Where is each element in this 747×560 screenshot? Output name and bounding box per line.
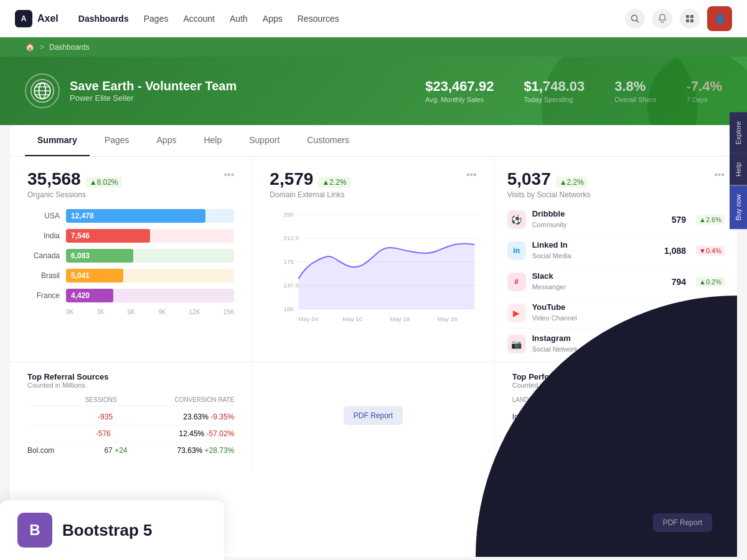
domain-links-value: 2,579	[270, 169, 313, 189]
search-icon	[631, 14, 639, 23]
tab-customers[interactable]: Customers	[294, 125, 362, 156]
svg-line-1	[637, 20, 639, 22]
pdf-middle: PDF Report	[252, 362, 494, 469]
bootstrap-label: Bootstrap 5	[62, 521, 152, 540]
svg-rect-4	[686, 19, 689, 22]
domain-links-badge: ▲2.2%	[318, 177, 350, 188]
svg-rect-5	[690, 19, 693, 22]
referral-row-3: Bol.com 67 +24 73.63% +28.73%	[27, 442, 234, 459]
bar-chart: USA 12,478 India 7,546 Canad	[10, 202, 251, 328]
organic-more-btn[interactable]: •••	[224, 169, 235, 180]
tab-pages[interactable]: Pages	[92, 125, 142, 156]
organic-sessions-value: 35,568	[27, 169, 81, 189]
tab-support[interactable]: Support	[237, 125, 292, 156]
nav-dashboards[interactable]: Dashboards	[78, 14, 129, 24]
social-networks-label: Visits by Social Networks	[507, 190, 591, 199]
tab-apps[interactable]: Apps	[144, 125, 189, 156]
svg-text:100: 100	[284, 306, 294, 312]
svg-text:250: 250	[284, 211, 294, 218]
breadcrumb-separator: >	[40, 43, 44, 52]
nav-account[interactable]: Account	[183, 14, 215, 24]
metric-domain-links: 2,579 ▲2.2% Domain External Links ••• 25…	[252, 157, 494, 362]
social-networks-badge: ▲2.2%	[556, 177, 588, 188]
tab-bar: Summary Pages Apps Help Support Customer…	[10, 125, 737, 157]
dark-pdf-button[interactable]: PDF Report	[653, 513, 712, 532]
side-buttons: Explore Help Buy now	[730, 112, 747, 229]
bell-icon	[657, 14, 667, 24]
nav-links: Dashboards Pages Account Auth Apps Resou…	[78, 14, 339, 24]
bootstrap-icon: B	[17, 513, 52, 548]
social-more-btn[interactable]: •••	[714, 169, 725, 180]
bar-axis: 0K 3K 6K 9K 12K 15K	[27, 309, 234, 315]
linkedin-icon: in	[507, 241, 526, 260]
user-avatar[interactable]: 👤	[707, 6, 732, 31]
line-chart: 250 212.5 175 137.5 100	[252, 202, 494, 342]
grid-icon	[685, 14, 695, 24]
metric-organic-sessions: 35,568 ▲8.02% Organic Sessions ••• USA 1…	[10, 157, 252, 362]
svg-rect-3	[690, 15, 693, 18]
profile-name: Save Earth - Volunteer Team	[70, 79, 237, 93]
search-button[interactable]	[625, 9, 645, 29]
menu-button[interactable]	[680, 9, 700, 29]
nav-apps[interactable]: Apps	[263, 14, 283, 24]
organic-sessions-badge: ▲8.02%	[86, 177, 122, 188]
bar-row-france: France 4,420	[27, 289, 234, 302]
organic-sessions-label: Organic Sessions	[27, 190, 122, 199]
stat-monthly-sales: $23,467.92 Avg. Monthly Sales	[425, 78, 494, 103]
bootstrap-badge: B Bootstrap 5	[0, 500, 224, 560]
social-networks-value: 5,037	[507, 169, 551, 189]
svg-text:May 26: May 26	[438, 315, 458, 322]
svg-rect-2	[686, 15, 689, 18]
bar-row-brasil: Brasil 5,041	[27, 269, 234, 282]
slack-icon: #	[507, 273, 526, 291]
domain-more-btn[interactable]: •••	[466, 169, 477, 180]
youtube-icon: ▶	[507, 304, 526, 322]
bar-row-usa: USA 12,478	[27, 209, 234, 223]
referral-row-2: -576 12.45% -57.02%	[27, 426, 234, 442]
notifications-button[interactable]	[652, 9, 672, 29]
header-band: Save Earth - Volunteer Team Power Elite …	[0, 57, 747, 125]
main-card: Summary Pages Apps Help Support Customer…	[10, 125, 737, 557]
tab-summary[interactable]: Summary	[25, 125, 90, 156]
pdf-report-button[interactable]: PDF Report	[344, 406, 403, 425]
profile-section: Save Earth - Volunteer Team Power Elite …	[25, 73, 237, 108]
svg-text:137.5: 137.5	[284, 282, 299, 289]
profile-subtitle: Power Elite Seller	[70, 93, 237, 103]
domain-links-label: Domain External Links	[270, 190, 350, 199]
logo-icon: A	[15, 10, 32, 27]
instagram-icon: 📷	[507, 335, 526, 353]
navbar: A Axel Dashboards Pages Account Auth App…	[0, 0, 747, 37]
stat-label: Avg. Monthly Sales	[425, 96, 494, 103]
buy-now-button[interactable]: Buy now	[730, 185, 747, 229]
tab-help[interactable]: Help	[191, 125, 234, 156]
dark-pdf-button-area: PDF Report	[653, 513, 712, 532]
profile-logo	[25, 73, 60, 108]
profile-info: Save Earth - Volunteer Team Power Elite …	[70, 79, 237, 103]
dribbble-icon: ⚽	[507, 210, 526, 229]
home-icon: 🏠	[25, 42, 35, 52]
stat-value: $23,467.92	[425, 78, 494, 95]
breadcrumb-current: Dashboards	[49, 43, 90, 52]
referral-headers: SESSIONS CONVERSION RATE	[27, 394, 234, 406]
nav-right: 👤	[625, 6, 732, 31]
social-item-dribbble: ⚽ Dribbble Community 579 ▲2.6%	[507, 204, 725, 235]
nav-resources[interactable]: Resources	[298, 14, 339, 24]
social-item-slack: # Slack Messanger 794 ▲0.2%	[507, 266, 725, 297]
nav-auth[interactable]: Auth	[230, 14, 248, 24]
bar-row-canada: Canada 6,083	[27, 249, 234, 263]
svg-text:May 10: May 10	[343, 315, 363, 322]
logo: A Axel	[15, 10, 59, 27]
referral-subtitle: Counted in Millions	[27, 381, 234, 389]
breadcrumb: 🏠 > Dashboards	[0, 37, 747, 57]
svg-point-0	[632, 15, 637, 21]
logo-name: Axel	[37, 13, 59, 24]
help-side-button[interactable]: Help	[730, 153, 747, 185]
nav-pages[interactable]: Pages	[144, 14, 169, 24]
referral-row-1: -935 23.63% -9.35%	[27, 409, 234, 426]
explore-button[interactable]: Explore	[730, 112, 747, 153]
social-item-linkedin: in Linked In Social Media 1,088 ▼0.4%	[507, 235, 725, 266]
svg-text:175: 175	[284, 258, 294, 265]
svg-text:May 18: May 18	[390, 315, 410, 322]
referral-title: Top Referral Sources	[27, 372, 234, 381]
svg-text:212.5: 212.5	[284, 235, 299, 241]
